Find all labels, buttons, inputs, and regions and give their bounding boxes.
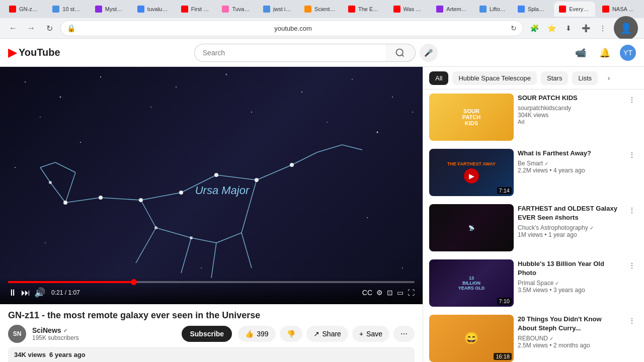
address-bar[interactable]: 🔒 youtube.com ↻	[60, 20, 523, 36]
tab-favicon	[602, 6, 609, 13]
pause-button[interactable]: ⏸	[8, 288, 17, 298]
filter-chip-lists[interactable]: Lists	[572, 71, 598, 85]
save-icon: +	[359, 330, 363, 338]
svg-line-41	[65, 172, 75, 203]
extensions-button[interactable]: 🧩	[527, 21, 541, 35]
svg-point-3	[60, 97, 61, 98]
miniplayer-button[interactable]: ⊡	[387, 289, 393, 297]
user-avatar[interactable]: YT	[620, 45, 636, 61]
item-title: SOUR PATCH KIDS	[518, 94, 622, 103]
youtube-logo[interactable]: ▶ YouTube	[8, 46, 60, 59]
svg-line-38	[40, 167, 50, 183]
progress-bar[interactable]	[8, 281, 415, 283]
filter-chip-stars[interactable]: Stars	[541, 71, 568, 85]
item-menu-button[interactable]: ⋮	[626, 149, 638, 161]
tab-favicon	[9, 6, 16, 13]
header-right: 📹 🔔 YT	[572, 44, 636, 62]
tab-was-th[interactable]: Was Th...	[388, 2, 430, 17]
item-menu-button[interactable]: ⋮	[626, 204, 638, 216]
share-button[interactable]: ↗ Share	[306, 326, 348, 342]
sidebar-item-farthest-galaxy[interactable]: 📡 FARTHEST and OLDEST Galaxy EVER Seen #…	[423, 200, 644, 255]
theater-button[interactable]: ▭	[397, 289, 404, 297]
video-title: GN-z11 - the most remote galaxy ever see…	[8, 310, 415, 321]
forward-button[interactable]: →	[24, 21, 38, 35]
svg-point-0	[396, 49, 403, 55]
filter-chip-hubble[interactable]: Hubble Space Telescope	[452, 71, 537, 85]
thumbnail-farthest-galaxy: 📡	[429, 204, 514, 251]
tab-first-di[interactable]: First di...	[176, 2, 215, 17]
volume-button[interactable]: 🔊	[34, 287, 45, 298]
filter-chevron-button[interactable]: ›	[602, 71, 616, 85]
ellipsis-icon: ⋯	[400, 330, 408, 338]
svg-line-29	[156, 228, 191, 238]
tab-10-stud[interactable]: 10 stud...	[47, 2, 88, 17]
tab-everyth[interactable]: Everyth...	[554, 2, 595, 17]
create-button[interactable]: 📹	[572, 44, 590, 62]
dislike-button[interactable]: 👎	[280, 326, 302, 342]
tab-jwst[interactable]: jwst ita...	[258, 2, 297, 17]
svg-point-20	[402, 267, 403, 268]
fullscreen-button[interactable]: ⛶	[408, 289, 415, 297]
tab-tuvalu[interactable]: tuvalu d...	[132, 2, 174, 17]
new-tab-button[interactable]: ➕	[579, 21, 593, 35]
video-controls: ⏸ ⏭ 🔊 0:21 / 1:07 CC ⚙ ⊡ ▭ ⛶	[0, 277, 423, 304]
tab-mysteri[interactable]: Mysteri...	[90, 2, 130, 17]
tab-scienti[interactable]: Scientis...	[299, 2, 341, 17]
tab-artemis[interactable]: Artemis...	[431, 2, 472, 17]
sidebar-item-sour-patch[interactable]: SOURPATCHKIDS SOUR PATCH KIDS sourpatchk…	[423, 89, 644, 145]
item-channel: Primal Space ✓	[518, 280, 622, 287]
item-title: FARTHEST and OLDEST Galaxy EVER Seen #sh…	[518, 204, 622, 222]
item-info: What is Farthest Away? Be Smart ✓ 2.2M v…	[518, 149, 622, 196]
tab-splash[interactable]: Splash...	[513, 2, 552, 17]
item-menu-button[interactable]: ⋮	[626, 94, 638, 106]
notifications-button[interactable]: 🔔	[596, 44, 614, 62]
item-menu-button[interactable]: ⋮	[626, 315, 638, 327]
search-button[interactable]	[385, 44, 416, 62]
search-input[interactable]	[194, 44, 385, 62]
video-player[interactable]: Ursa Major ⏸ ⏭ 🔊 0:21 / 1:07	[0, 67, 423, 304]
tab-favicon	[263, 6, 270, 13]
duration-badge: 7:10	[497, 298, 512, 305]
sidebar-item-steph-curry[interactable]: 😄 16:18 20 Things You Didn't Know About …	[423, 311, 644, 362]
menu-button[interactable]: ⋮	[596, 21, 610, 35]
tab-label: Splash...	[528, 6, 547, 12]
subscribe-button[interactable]: Subscribe	[182, 326, 232, 342]
subtitles-button[interactable]: CC	[362, 289, 372, 297]
svg-line-27	[257, 165, 292, 180]
tab-label: Everyth...	[569, 6, 590, 12]
verified-icon: ✓	[544, 161, 548, 166]
settings-button[interactable]: ⚙	[376, 289, 383, 297]
save-button[interactable]: + Save	[352, 326, 389, 342]
tab-liftoff[interactable]: Liftoff...	[474, 2, 511, 17]
channel-info: SciNews ✓ 195K subscribers	[32, 326, 176, 341]
tab-favicon	[518, 6, 525, 13]
svg-line-39	[40, 162, 55, 167]
verified-icon: ✓	[63, 328, 67, 333]
lock-icon: 🔒	[67, 24, 75, 32]
back-button[interactable]: ←	[6, 21, 20, 35]
svg-point-4	[100, 76, 101, 77]
refresh-button[interactable]: ↻	[42, 21, 56, 35]
tab-gn-z11[interactable]: GN-z11...	[4, 2, 45, 17]
sidebar-item-hubble-13b[interactable]: 13BILLIONYEARS OLD 7:10 Hubble's 13 Bill…	[423, 255, 644, 311]
filter-chip-all[interactable]: All	[429, 71, 448, 85]
like-button[interactable]: 👍 399	[238, 326, 275, 342]
item-menu-button[interactable]: ⋮	[626, 259, 638, 272]
sidebar-item-farthest-away[interactable]: THE FARTHEST AWAY ▶ 7:14 What is Farthes…	[423, 145, 644, 200]
download-button[interactable]: ⬇	[561, 21, 576, 35]
more-actions-button[interactable]: ⋯	[393, 326, 415, 342]
svg-point-16	[412, 112, 413, 113]
svg-point-7	[301, 92, 302, 93]
profile-avatar[interactable]: 👤	[614, 16, 638, 40]
next-button[interactable]: ⏭	[21, 288, 30, 298]
svg-point-11	[80, 142, 81, 143]
microphone-button[interactable]: 🎤	[420, 44, 438, 62]
tab-nasa-pi[interactable]: NASA pi...	[597, 2, 640, 17]
tab-label: Mysteri...	[105, 6, 125, 12]
item-info: 20 Things You Didn't Know About Steph Cu…	[518, 315, 622, 362]
bookmark-button[interactable]: ⭐	[544, 21, 558, 35]
svg-point-21	[201, 267, 202, 268]
tab-label: The Ene...	[358, 6, 381, 12]
tab-the-ene[interactable]: The Ene...	[343, 2, 386, 17]
tab-tuvalu2[interactable]: Tuvalu...	[217, 2, 256, 17]
